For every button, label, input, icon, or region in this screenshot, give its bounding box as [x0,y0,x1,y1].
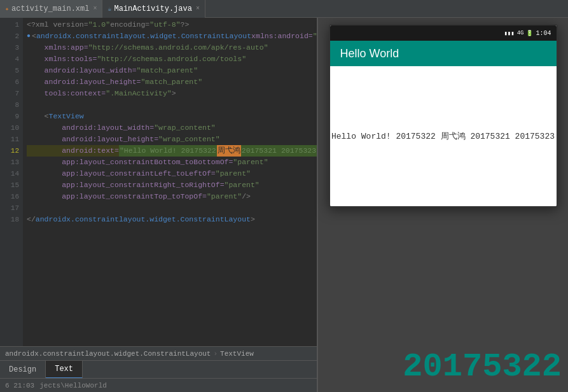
phone-preview-panel: ▮▮▮ 4G 🔋 1:04 Hello World Hello World! 2… [318,18,568,392]
code-line-8 [27,99,317,111]
phone-network-type: 4G [517,30,524,36]
ln-2: 2 [0,31,19,42]
ln-1: 1 [0,19,19,31]
java-icon: ☕ [107,5,111,13]
bottom-tab-bar: Design Text [0,360,317,378]
ln-14: 14 [0,168,19,179]
status-bar: 6 21:03 jects\HelloWorld [0,378,317,392]
code-line-12: android:text="Hello World! 20175322 周弋鸿 … [27,145,317,157]
app-title: Hello World [340,47,399,60]
chinese-text-highlight: 周弋鸿 [217,145,241,157]
code-line-15: app:layout_constraintRight_toRightOf="pa… [27,179,317,191]
breadcrumb-item-1: androidx.constraintlayout.widget.Constra… [5,350,211,358]
ln-17: 17 [0,202,19,214]
code-line-5: android:layout_width="match_parent" [27,65,317,76]
ln-4: 4 [0,53,19,65]
ln-6: 6 [0,76,19,88]
close-java-tab[interactable]: × [196,5,200,12]
tab-activity-main-xml[interactable]: ✦ activity_main.xml × [0,0,102,18]
ln-10: 10 [0,122,19,134]
tab-bar: ✦ activity_main.xml × ☕ MainActivity.jav… [0,0,568,18]
ln-3: 3 [0,42,19,53]
code-line-11: android:layout_height="wrap_content" [27,134,317,145]
code-lines[interactable]: <?xml version="1.0" encoding="utf-8"?> ●… [23,18,317,346]
code-panel: 1 2 3 4 5 6 7 8 9 10 11 12 13 14 15 16 1… [0,18,318,392]
code-line-4: xmlns:tools="http://schemas.android.com/… [27,53,317,65]
line-numbers: 1 2 3 4 5 6 7 8 9 10 11 12 13 14 15 16 1… [0,18,23,346]
code-line-1: <?xml version="1.0" encoding="utf-8"?> [27,19,317,31]
code-line-16: app:layout_constraintTop_toTopOf="parent… [27,191,317,202]
tab-design[interactable]: Design [0,361,46,379]
phone-signal-icon: ▮▮▮ [504,30,514,37]
code-line-2: ●<androidx.constraintlayout.widget.Const… [27,31,317,42]
circle-icon-2: ● [27,31,31,42]
phone-content-text: Hello World! 20175322 周弋鸿 20175321 20175… [331,130,555,142]
breadcrumb-separator: › [213,350,218,358]
code-line-10: android:layout_width="wrap_content" [27,122,317,134]
phone-status-bar: ▮▮▮ 4G 🔋 1:04 [330,25,557,41]
code-line-7: tools:context=".MainActivity"> [27,88,317,99]
status-timestamp: 6 21:03 [5,382,34,389]
ln-11: 11 [0,134,19,145]
tab-text-label: Text [55,365,73,374]
ln-9: 9 [0,111,19,122]
ln-7: 7 [0,88,19,99]
tab-mainactivity-java[interactable]: ☕ MainActivity.java × [102,0,205,18]
breadcrumb-item-2: TextView [220,350,254,358]
ln-16: 16 [0,191,19,202]
phone-content: Hello World! 20175322 周弋鸿 20175321 20175… [330,66,557,206]
phone-frame: ▮▮▮ 4G 🔋 1:04 Hello World Hello World! 2… [329,24,558,207]
phone-action-bar: Hello World [330,41,557,66]
status-path: jects\HelloWorld [39,382,107,389]
code-line-17 [27,202,317,214]
main-area: 1 2 3 4 5 6 7 8 9 10 11 12 13 14 15 16 1… [0,18,568,392]
ln-13: 13 [0,157,19,168]
xml-icon: ✦ [5,5,9,13]
breadcrumb: androidx.constraintlayout.widget.Constra… [0,346,317,360]
ln-5: 5 [0,65,19,76]
tab-design-label: Design [9,365,36,374]
big-number-overlay: 20175322 [403,348,562,386]
code-line-6: android:layout_height="match_parent" [27,76,317,88]
code-content: 1 2 3 4 5 6 7 8 9 10 11 12 13 14 15 16 1… [0,18,317,346]
code-line-9: <TextView [27,111,317,122]
phone-battery-icon: 🔋 [526,30,533,37]
tab-text[interactable]: Text [46,361,83,379]
code-line-14: app:layout_constraintLeft_toLeftOf="pare… [27,168,317,179]
tab-xml-label: activity_main.xml [11,4,89,13]
phone-time: 1:04 [536,30,551,37]
ln-18: 18 [0,214,19,225]
close-xml-tab[interactable]: × [93,5,97,12]
ln-8: 8 [0,99,19,111]
code-line-13: app:layout_constraintBottom_toBottomOf="… [27,157,317,168]
code-line-18: </androidx.constraintlayout.widget.Const… [27,214,317,225]
tab-java-label: MainActivity.java [114,4,192,13]
ln-15: 15 [0,179,19,191]
ln-12: 12 [0,145,19,157]
code-line-3: xmlns:app="http://schemas.android.com/ap… [27,42,317,53]
